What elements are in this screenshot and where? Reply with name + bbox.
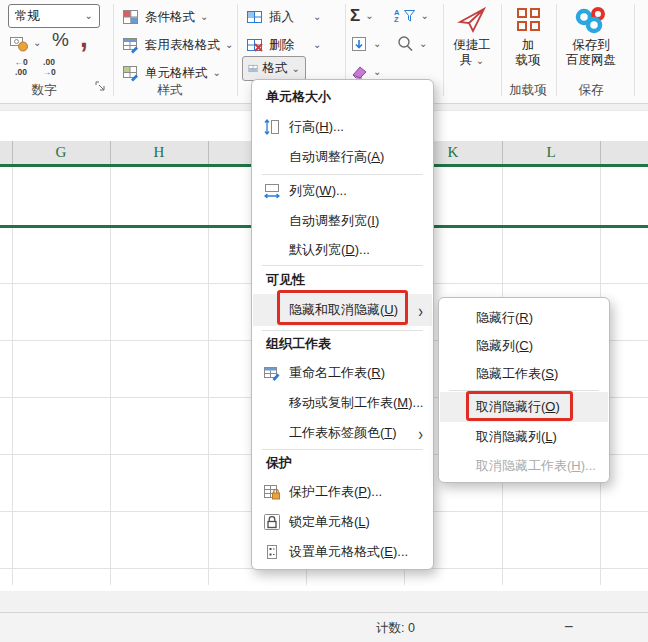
- group-divider: [113, 4, 114, 96]
- accounting-icon: [10, 34, 28, 52]
- header-gridline: [12, 141, 13, 164]
- chevron-down-icon: ⌄: [292, 64, 300, 74]
- chevron-down-icon: ⌄: [313, 40, 321, 50]
- chevron-down-icon: ⌄: [373, 39, 381, 49]
- sort-filter-icon: AZ: [394, 9, 399, 23]
- menu-item-format-cells[interactable]: 设置单元格格式(E)...: [253, 537, 432, 567]
- submenu-item-hide-rows[interactable]: 隐藏行(R): [440, 304, 608, 332]
- format-cells-icon: [248, 60, 259, 77]
- sigma-icon: Σ: [350, 6, 360, 26]
- group-divider: [237, 4, 238, 96]
- style-group-label: 样式: [140, 82, 200, 99]
- number-group-label: 数字: [14, 82, 74, 99]
- menu-separator: [262, 265, 423, 266]
- find-select-button[interactable]: ⌄: [396, 33, 427, 55]
- search-icon: [396, 35, 414, 53]
- status-bar: 计数: 0 −: [0, 612, 648, 642]
- menu-item-protect-sheet[interactable]: 保护工作表(P)...: [253, 477, 432, 507]
- submenu-item-unhide-columns[interactable]: 取消隐藏列(L): [440, 422, 608, 452]
- hide-unhide-submenu: 隐藏行(R) 隐藏列(C) 隐藏工作表(S) 取消隐藏行(O) 取消隐藏列(L)…: [438, 297, 610, 483]
- group-divider: [443, 4, 444, 96]
- menu-header-protection: 保护: [253, 451, 432, 475]
- addins-icon: [517, 8, 540, 31]
- accounting-format-button[interactable]: ⌄: [10, 32, 41, 54]
- column-header-g[interactable]: G: [12, 144, 110, 161]
- chevron-down-icon: ⌄: [85, 11, 93, 21]
- header-gridline: [208, 141, 209, 164]
- percent-style-button[interactable]: %: [52, 29, 69, 51]
- menu-separator: [262, 174, 423, 175]
- submenu-item-hide-sheet[interactable]: 隐藏工作表(S): [440, 360, 608, 388]
- format-cells-dialog-icon: [261, 543, 283, 561]
- submenu-item-hide-columns[interactable]: 隐藏列(C): [440, 332, 608, 360]
- quick-tools-button[interactable]: 便捷工 具 ⌄: [446, 2, 498, 82]
- chevron-down-icon: ⌄: [200, 12, 208, 22]
- menu-separator: [262, 449, 423, 450]
- horizontal-scrollbar[interactable]: ⋮: [0, 591, 648, 612]
- chevron-down-icon: ⌄: [225, 40, 233, 50]
- fill-button[interactable]: ⌄: [350, 33, 381, 55]
- chevron-down-icon: ⌄: [373, 67, 381, 77]
- zoom-out-button[interactable]: −: [564, 618, 573, 636]
- menu-item-move-copy-sheet[interactable]: 移动或复制工作表(M)...: [253, 388, 432, 418]
- menu-header-cell-size: 单元格大小: [253, 86, 432, 108]
- chevron-down-icon: ⌄: [419, 39, 427, 49]
- cell-style-icon: [122, 64, 140, 82]
- format-button[interactable]: 格式 ⌄: [242, 56, 306, 81]
- menu-item-tab-color[interactable]: 工作表标签颜色(T) ›: [253, 418, 432, 448]
- delete-cells-icon: [246, 36, 264, 54]
- menu-item-autofit-row-height[interactable]: 自动调整行高(A): [253, 142, 432, 172]
- column-header-h[interactable]: H: [110, 144, 208, 161]
- chevron-down-icon: ⌄: [33, 38, 41, 48]
- cell-styles-button[interactable]: 单元格样式 ⌄: [122, 62, 221, 84]
- table-style-icon: [122, 36, 140, 54]
- number-dialog-launcher-icon[interactable]: [95, 81, 106, 92]
- annotation-box-hide-unhide: [277, 290, 408, 325]
- addins-button[interactable]: 加 载项: [502, 2, 554, 82]
- count-indicator: 计数: 0: [376, 620, 415, 637]
- column-header-l[interactable]: L: [502, 144, 600, 161]
- baidu-save-button[interactable]: 保存到 百度网盘: [560, 2, 622, 82]
- menu-separator: [262, 330, 423, 331]
- protect-sheet-icon: [261, 483, 283, 501]
- format-as-table-button[interactable]: 套用表格格式 ⌄: [122, 34, 233, 56]
- insert-cells-button[interactable]: 插入 ⌄: [246, 6, 321, 28]
- menu-item-default-width[interactable]: 默认列宽(D)...: [253, 236, 432, 264]
- gridline: [110, 167, 111, 585]
- submenu-arrow-icon: ›: [418, 422, 423, 444]
- autosum-button[interactable]: Σ ⌄: [350, 5, 374, 27]
- conditional-format-button[interactable]: 条件格式 ⌄: [122, 6, 208, 28]
- column-width-icon: [261, 182, 283, 200]
- chevron-down-icon: ⌄: [420, 11, 428, 21]
- delete-cells-button[interactable]: 删除 ⌄: [246, 34, 321, 56]
- comma-style-button[interactable]: ,: [80, 22, 88, 54]
- rename-sheet-icon: [261, 364, 283, 382]
- chevron-down-icon: ⌄: [365, 11, 373, 21]
- sort-filter-button[interactable]: AZ ⌄: [394, 5, 429, 27]
- decrease-decimal-button[interactable]: .00 →0: [36, 57, 62, 79]
- menu-item-lock-cell[interactable]: 锁定单元格(L): [253, 507, 432, 537]
- group-divider: [556, 4, 557, 96]
- chevron-down-icon: ⌄: [313, 12, 321, 22]
- addins-group-label: 加载项: [497, 82, 559, 99]
- menu-item-column-width[interactable]: 列宽(W)...: [253, 176, 432, 206]
- insert-cells-icon: [246, 8, 264, 26]
- gridline: [12, 167, 13, 585]
- conditional-format-icon: [122, 8, 140, 26]
- menu-header-organize-sheets: 组织工作表: [253, 332, 432, 356]
- group-divider: [634, 4, 635, 96]
- menu-item-rename-sheet[interactable]: 重命名工作表(R): [253, 358, 432, 388]
- chevron-down-icon: ⌄: [213, 68, 221, 78]
- header-gridline: [600, 141, 601, 164]
- paper-plane-icon: [456, 5, 488, 37]
- lock-icon: [261, 513, 283, 531]
- submenu-arrow-icon: ›: [418, 299, 423, 321]
- menu-item-row-height[interactable]: 行高(H)...: [253, 112, 432, 142]
- menu-item-autofit-column-width[interactable]: 自动调整列宽(I): [253, 206, 432, 236]
- increase-decimal-button[interactable]: ←0 .00: [8, 57, 34, 79]
- gridline: [208, 167, 209, 585]
- row-height-icon: [261, 118, 283, 136]
- baidu-netdisk-icon: [574, 5, 608, 35]
- header-gridline: [110, 141, 111, 164]
- header-gridline: [502, 141, 503, 164]
